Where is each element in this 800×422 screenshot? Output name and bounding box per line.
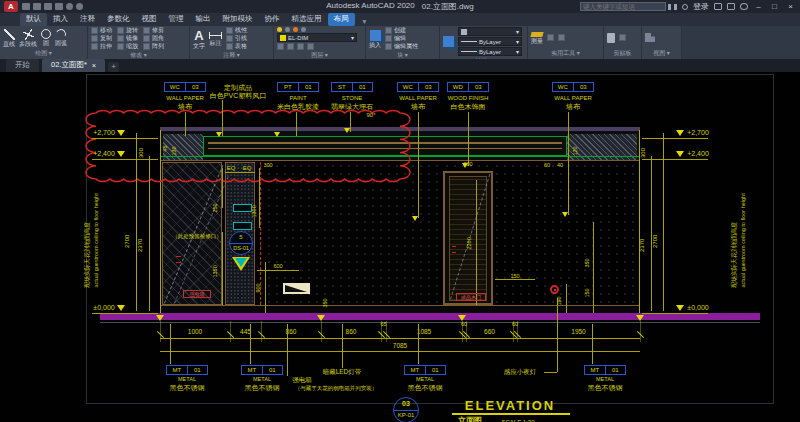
layer-match-icon[interactable] (287, 43, 294, 50)
rotate-button[interactable]: 旋转 (117, 27, 138, 34)
maximize-button[interactable]: □ (769, 1, 780, 12)
panel-label-clipboard[interactable]: 剪贴板 (604, 49, 641, 59)
layer-on-icon[interactable] (277, 27, 282, 32)
tab-overflow-icon[interactable]: ▾ (363, 17, 367, 26)
material-line2: 白色PVC塑料风口 (210, 92, 266, 99)
material-code-cell: WC (398, 83, 419, 91)
ribbon-tab-view[interactable]: 视图 (136, 13, 163, 26)
view-icon[interactable] (645, 33, 655, 42)
sign-in-label[interactable]: 登录 (693, 1, 709, 12)
door-red-mark-1 (452, 246, 456, 247)
layer-isolate-icon[interactable] (297, 43, 304, 50)
app-store-icon[interactable] (714, 3, 722, 10)
measure-button[interactable]: 测量 (531, 32, 543, 44)
autocad-logo-icon[interactable]: A (4, 1, 18, 12)
floor-under-line (100, 322, 760, 323)
new-file-icon[interactable] (22, 3, 30, 10)
material-code-cell: 03 (186, 83, 206, 91)
object-color-select[interactable]: ▾ (458, 27, 522, 36)
open-file-icon[interactable] (33, 3, 41, 10)
save-icon[interactable] (44, 3, 52, 10)
ribbon-tab-insert[interactable]: 插入 (47, 13, 74, 26)
arc-button[interactable]: 圆弧 (55, 29, 67, 46)
close-tab-icon[interactable]: × (92, 61, 96, 70)
stretch-button[interactable]: 拉伸 (91, 43, 112, 50)
tab-drawing[interactable]: 02.立面图* × (42, 59, 105, 72)
total-dim-label: 7085 (393, 343, 407, 350)
layer-off-icon[interactable] (285, 27, 290, 32)
ribbon-tab-home[interactable]: 默认 (20, 13, 47, 26)
layer-freeze-icon[interactable] (293, 27, 298, 32)
point-style-icon[interactable] (558, 34, 565, 41)
sensor-leader-v (557, 298, 558, 372)
polyline-button[interactable]: 多段线 (19, 29, 37, 47)
inner-dim-label: 2200 (467, 237, 473, 249)
print-icon[interactable] (55, 3, 63, 10)
search-input[interactable] (580, 2, 666, 11)
dim-line-250 (222, 168, 223, 208)
trim-icon (143, 27, 150, 34)
copy-button[interactable]: 复制 (91, 35, 112, 42)
chevron-down-icon: ▾ (49, 50, 52, 56)
minimize-button[interactable]: – (753, 1, 764, 12)
leader-button[interactable]: 引线 (226, 35, 247, 42)
layer-select[interactable]: EL-DIM ▾ (277, 33, 357, 42)
mirror-button[interactable]: 镜像 (117, 35, 138, 42)
help-icon[interactable] (740, 3, 748, 10)
ribbon-tab-output[interactable]: 输出 (190, 13, 217, 26)
edit-block-button[interactable]: 编辑 (385, 35, 418, 42)
text-button[interactable]: A文字 (193, 29, 205, 49)
copy-clip-icon[interactable] (619, 34, 626, 41)
layer-walk-icon[interactable] (307, 43, 314, 50)
search-icon[interactable] (668, 4, 677, 10)
array-button[interactable]: 阵列 (143, 43, 164, 50)
detail-callout-sheet: DS-01 (233, 246, 249, 252)
redo-icon[interactable] (76, 3, 83, 10)
table-button[interactable]: 表格 (226, 43, 247, 50)
user-icon[interactable] (682, 4, 688, 10)
panel-label-utilities[interactable]: 实用工具 ▾ (528, 49, 603, 59)
edit-attrib-button[interactable]: 编辑属性 (385, 43, 418, 50)
paste-icon[interactable] (607, 33, 615, 43)
move-button[interactable]: 移动 (91, 27, 112, 34)
ribbon-panel-properties: ▾ ByLayer▾ ByLayer▾ 特性 ▾ (440, 26, 528, 59)
trim-button[interactable]: 修剪 (143, 27, 164, 34)
line-button[interactable]: 直线 (3, 29, 15, 47)
ribbon-tab-addins[interactable]: 附加模块 (217, 13, 259, 26)
linear-dim-button[interactable]: 线性 (226, 27, 247, 34)
insert-block-button[interactable]: 插入 (369, 30, 381, 48)
ribbon-tab-manage[interactable]: 管理 (163, 13, 190, 26)
ribbon-tab-layout[interactable]: 布局 (328, 13, 355, 26)
material-label-box: WD03 (447, 82, 489, 92)
properties-icon[interactable] (443, 36, 454, 47)
drawing-canvas[interactable]: 90°WC03WALL PAPER墙布定制成品白色PVC塑料风口PT01PAIN… (0, 72, 800, 422)
chevron-down-icon: ▾ (237, 52, 240, 58)
fillet-button[interactable]: 圆角 (143, 35, 164, 42)
red-mark-2 (176, 262, 181, 263)
leader-arrow-icon (216, 132, 222, 137)
ribbon-tab-featured[interactable]: 精选应用 (286, 13, 328, 26)
scale-button[interactable]: 缩放 (117, 43, 138, 50)
layer-properties-icon[interactable] (277, 43, 284, 50)
undo-icon[interactable] (66, 3, 73, 10)
create-block-button[interactable]: 创建 (385, 27, 418, 34)
linetype-select[interactable]: ByLayer▾ (458, 47, 522, 56)
dimension-button[interactable]: 标注 (209, 32, 222, 46)
layer-lock-icon[interactable] (301, 27, 306, 32)
lineweight-select[interactable]: ByLayer▾ (458, 37, 522, 46)
tab-start[interactable]: 开始 (6, 59, 39, 72)
new-tab-button[interactable]: + (108, 62, 119, 72)
panel-label-draw[interactable]: 绘图 ▾ (0, 49, 87, 59)
ribbon-tab-collaborate[interactable]: 协作 (259, 13, 286, 26)
quick-select-icon[interactable] (547, 34, 554, 41)
close-button[interactable]: × (785, 1, 796, 12)
dim-line-900 (265, 262, 266, 313)
material-leader (468, 112, 469, 166)
circle-button[interactable]: 圆 (41, 29, 51, 46)
ribbon-tab-parametric[interactable]: 参数化 (101, 13, 136, 26)
chevron-down-icon: ▾ (405, 52, 408, 58)
level-floor-right-line (642, 313, 708, 314)
panel-label-view[interactable]: 视图 ▾ (642, 49, 681, 59)
autodesk-account-icon[interactable] (727, 3, 735, 10)
ribbon-tab-annotate[interactable]: 注释 (74, 13, 101, 26)
